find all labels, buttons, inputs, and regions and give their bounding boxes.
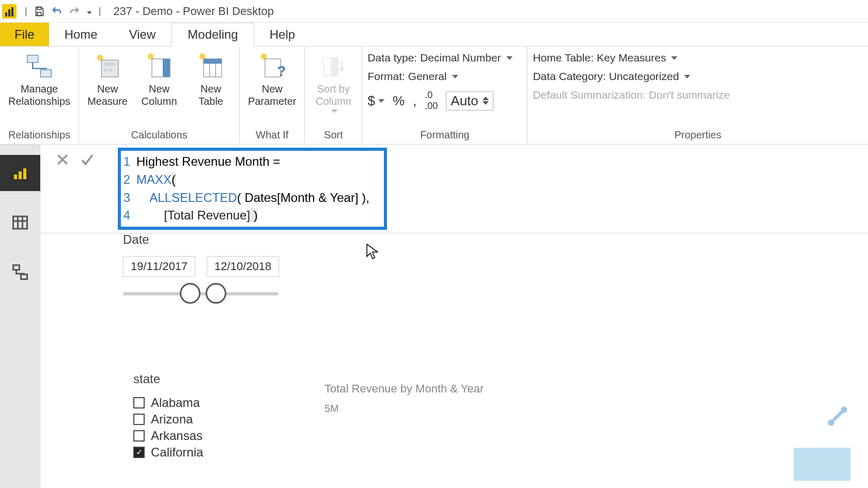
svg-rect-8: [109, 69, 112, 72]
data-type-dropdown[interactable]: Data type: Decimal Number: [367, 52, 512, 64]
state-item-label: Arkansas: [151, 429, 203, 443]
manage-relationships-button[interactable]: Manage Relationships: [5, 50, 73, 109]
new-table-label: New Table: [198, 83, 223, 107]
chevron-down-icon: [452, 75, 458, 78]
qat-customize-icon[interactable]: [83, 3, 96, 20]
state-item[interactable]: California: [133, 445, 203, 460]
code-indent: [136, 191, 149, 204]
menu-modeling[interactable]: Modeling: [172, 23, 254, 46]
percent-button[interactable]: %: [393, 93, 405, 109]
state-item-label: Arizona: [151, 412, 193, 427]
cursor-icon: [366, 243, 379, 263]
new-table-button[interactable]: New Table: [188, 50, 234, 109]
menu-file[interactable]: File: [0, 23, 49, 46]
svg-rect-25: [13, 216, 27, 229]
data-category-value: Uncategorized: [609, 70, 679, 83]
home-table-label: Home Table:: [533, 52, 594, 64]
new-parameter-button[interactable]: ? New Parameter: [245, 50, 299, 109]
chart-y-tick: 5M: [324, 403, 484, 415]
svg-rect-2: [27, 55, 38, 62]
svg-rect-21: [331, 58, 338, 76]
data-view-button[interactable]: [0, 204, 40, 241]
window-title: 237 - Demo - Power BI Desktop: [113, 5, 274, 18]
svg-text:?: ?: [277, 63, 286, 79]
state-item[interactable]: Arkansas: [133, 429, 203, 443]
data-category-label: Data Category:: [533, 70, 606, 83]
save-icon[interactable]: [30, 3, 48, 20]
code-func: MAXX: [136, 172, 172, 186]
svg-rect-29: [13, 265, 19, 270]
chevron-down-icon: [378, 99, 384, 103]
revenue-chart[interactable]: Total Revenue by Month & Year 5M: [324, 382, 484, 415]
slider-handle-end[interactable]: [206, 283, 226, 304]
new-measure-button[interactable]: New Measure: [84, 50, 131, 109]
svg-rect-6: [104, 62, 116, 66]
default-summarization-dropdown[interactable]: Default Summarization: Don't summarize: [533, 89, 730, 101]
formula-editor[interactable]: 1 Highest Revenue Month = 2 MAXX( 3 ALLS…: [118, 148, 387, 230]
ribbon-group-properties: Home Table: Key Measures Data Category: …: [528, 46, 868, 144]
chart-title: Total Revenue by Month & Year: [324, 382, 484, 396]
format-dropdown[interactable]: Format: General: [367, 70, 458, 83]
data-category-dropdown[interactable]: Data Category: Uncategorized: [533, 70, 690, 83]
slider-handle-start[interactable]: [180, 283, 200, 304]
code-bracket: (: [172, 172, 176, 186]
group-label-formatting: Formatting: [367, 127, 522, 143]
checkbox[interactable]: [133, 447, 145, 458]
checkbox[interactable]: [133, 430, 145, 442]
report-view-button[interactable]: [0, 155, 40, 191]
state-slicer-title: state: [133, 372, 203, 386]
new-column-label: New Column: [142, 83, 177, 107]
state-item[interactable]: Alabama: [133, 396, 203, 410]
formula-cancel-button[interactable]: [55, 152, 70, 169]
line-number: 2: [121, 171, 136, 189]
ribbon-group-whatif: ? New Parameter What If: [240, 46, 305, 144]
decimal-button[interactable]: .0.00: [425, 90, 438, 112]
svg-rect-11: [163, 59, 170, 77]
date-range-slider[interactable]: [123, 292, 278, 295]
checkbox[interactable]: [133, 397, 145, 408]
new-table-icon: [196, 52, 225, 81]
state-item[interactable]: Arizona: [133, 412, 203, 427]
svg-point-17: [261, 54, 267, 60]
group-label-properties: Properties: [533, 127, 863, 143]
new-column-button[interactable]: New Column: [136, 50, 182, 109]
spinner-icon[interactable]: [483, 97, 489, 105]
sort-by-column-button[interactable]: Sort by Column: [310, 50, 357, 115]
undo-icon[interactable]: [48, 3, 66, 20]
formula-commit-button[interactable]: [80, 152, 95, 169]
state-slicer[interactable]: state AlabamaArizonaArkansasCalifornia: [133, 372, 203, 462]
code-func: ALLSELECTED: [149, 191, 237, 204]
date-start-input[interactable]: 19/11/2017: [123, 256, 195, 277]
view-nav-rail: [0, 145, 40, 488]
new-measure-label: New Measure: [87, 83, 128, 107]
menu-home[interactable]: Home: [49, 23, 114, 46]
line-number: 3: [121, 189, 136, 207]
code-ref: [Total Revenue]: [164, 208, 250, 222]
svg-rect-24: [23, 168, 26, 179]
redo-icon[interactable]: [66, 3, 83, 20]
chart-selected-bar: [794, 448, 850, 481]
svg-rect-7: [104, 69, 107, 72]
ribbon-group-calculations: New Measure New Column New Table Calcula…: [79, 46, 240, 144]
menu-help[interactable]: Help: [254, 23, 311, 46]
date-end-input[interactable]: 12/10/2018: [207, 256, 279, 277]
ribbon-group-relationships: Manage Relationships Relationships: [0, 46, 79, 144]
menu-view[interactable]: View: [114, 23, 172, 46]
thousands-button[interactable]: ,: [413, 93, 416, 109]
model-view-button[interactable]: [0, 254, 40, 290]
format-label: Format:: [367, 70, 405, 83]
svg-point-12: [199, 54, 206, 60]
ribbon: Manage Relationships Relationships New M…: [0, 46, 868, 145]
svg-rect-0: [37, 7, 41, 9]
app-logo-icon: [2, 4, 17, 19]
home-table-dropdown[interactable]: Home Table: Key Measures: [533, 52, 677, 64]
date-slicer[interactable]: Date 19/11/2017 12/10/2018: [123, 232, 279, 295]
decimal-places-input[interactable]: Auto: [446, 91, 493, 111]
currency-button[interactable]: $: [367, 93, 384, 109]
svg-rect-23: [19, 171, 22, 179]
menu-bar: File Home View Modeling Help: [0, 23, 868, 46]
checkbox[interactable]: [133, 414, 145, 425]
separator: |: [99, 6, 101, 17]
code-bracket: ): [250, 208, 258, 222]
date-slicer-title: Date: [123, 232, 279, 247]
